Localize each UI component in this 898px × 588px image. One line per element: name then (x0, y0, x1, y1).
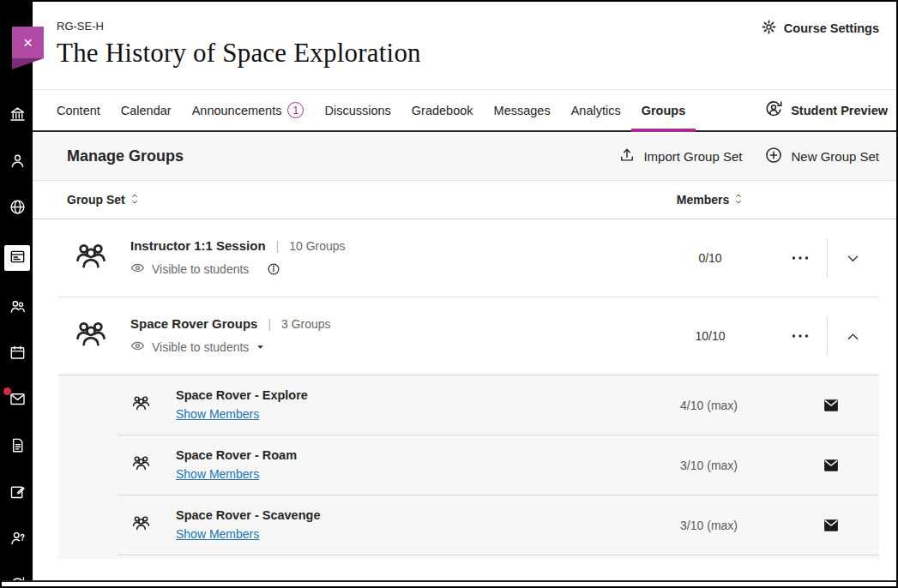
show-members-link[interactable]: Show Members (176, 527, 259, 541)
group-set-icon (74, 316, 108, 356)
group-member-count: 3/10 (max) (609, 459, 738, 472)
tab-discussions[interactable]: Discussions (314, 90, 401, 130)
gear-icon (761, 19, 777, 38)
group-member-count: 4/10 (max) (609, 399, 738, 412)
student-preview-icon (764, 99, 783, 121)
sidebar-item-courses[interactable] (4, 245, 30, 271)
sidebar-nav (2, 106, 33, 588)
group-name: Space Rover - Explore (176, 388, 609, 402)
group-count: 10 Groups (289, 239, 345, 253)
member-count: 10/10 (646, 329, 774, 343)
group-icon (131, 521, 151, 536)
import-group-set-button[interactable]: Import Group Set (618, 147, 742, 166)
group-icon (131, 461, 151, 476)
close-ribbon-fold (12, 58, 44, 69)
show-members-link[interactable]: Show Members (176, 467, 259, 481)
expand-chevron-down-icon[interactable] (828, 250, 880, 267)
visibility-label: Visible to students (152, 340, 249, 354)
viewport-bottom-edge (2, 580, 896, 586)
group-row-roam: Space Rover - Roam Show Members 3/10 (ma… (58, 435, 879, 495)
sidebar-item-organizations[interactable] (6, 298, 28, 317)
profile-icon (9, 152, 27, 173)
course-settings-label: Course Settings (784, 21, 879, 35)
member-count: 0/10 (646, 251, 774, 265)
close-ribbon: × (12, 27, 44, 69)
row-menu-button[interactable] (774, 333, 827, 339)
sidebar-item-institution[interactable] (6, 106, 28, 125)
main-area: RG-SE-H The History of Space Exploration… (33, 2, 896, 586)
show-members-link[interactable]: Show Members (176, 407, 259, 421)
separator: | (268, 317, 271, 331)
message-group-button[interactable] (823, 459, 839, 472)
sort-icon (130, 193, 140, 207)
group-set-row-space-rover: Space Rover Groups | 3 Groups Visible to… (58, 297, 879, 375)
group-set-list: Instructor 1:1 Session | 10 Groups Visib… (58, 219, 879, 559)
calendar-icon (9, 344, 27, 365)
messages-notification-badge (3, 387, 12, 396)
members-column-header[interactable]: Members (646, 193, 774, 207)
app-window: × RG-SE-H The History of Space Explorati… (0, 0, 898, 588)
sidebar-item-profile[interactable] (6, 153, 28, 171)
groups-table-header: Group Set Members (33, 181, 896, 219)
sidebar-item-compose[interactable] (6, 483, 28, 502)
group-set-name: Instructor 1:1 Session (130, 238, 266, 253)
course-settings-button[interactable]: Course Settings (761, 19, 879, 38)
institution-icon (9, 105, 27, 127)
group-list-space-rover: Space Rover - Explore Show Members 4/10 … (58, 375, 879, 559)
group-icon (131, 401, 151, 416)
course-header: RG-SE-H The History of Space Exploration… (33, 2, 896, 89)
visibility-label: Visible to students (152, 262, 249, 276)
close-course-button[interactable]: × (12, 27, 44, 58)
assist-icon (9, 529, 27, 550)
row-divider (118, 555, 879, 555)
manage-groups-bar: Manage Groups Import Group Set New Group… (33, 132, 896, 181)
message-group-button[interactable] (823, 519, 839, 532)
group-member-count: 3/10 (max) (609, 519, 738, 532)
sidebar-item-activity[interactable] (6, 199, 28, 218)
course-code: RG-SE-H (57, 20, 879, 33)
group-set-name: Space Rover Groups (130, 316, 257, 331)
tab-calendar[interactable]: Calendar (111, 90, 182, 130)
eye-icon (130, 261, 145, 278)
message-group-button[interactable] (823, 399, 839, 412)
manage-groups-title: Manage Groups (67, 147, 184, 165)
organizations-icon (9, 297, 27, 319)
compose-icon (9, 483, 27, 504)
course-tab-bar: Content Calendar Announcements 1 Discuss… (33, 89, 896, 132)
tab-gradebook[interactable]: Gradebook (401, 90, 484, 130)
row-menu-button[interactable] (774, 255, 827, 261)
student-preview-button[interactable]: Student Preview (764, 90, 888, 130)
base-navigation-sidebar (2, 2, 33, 586)
announcements-count-badge: 1 (287, 102, 304, 118)
import-group-set-label: Import Group Set (643, 149, 742, 164)
new-group-set-button[interactable]: New Group Set (764, 146, 879, 167)
sidebar-item-calendar[interactable] (6, 345, 28, 363)
group-name: Space Rover - Roam (176, 448, 609, 462)
manage-actions: Import Group Set New Group Set (618, 146, 879, 167)
tab-content[interactable]: Content (46, 90, 111, 130)
group-count: 3 Groups (281, 317, 331, 331)
separator: | (276, 239, 280, 253)
plus-circle-icon (764, 146, 783, 167)
student-preview-label: Student Preview (791, 104, 888, 117)
group-set-icon (74, 238, 108, 278)
group-name: Space Rover - Scavenge (176, 508, 609, 522)
group-row-explore: Space Rover - Explore Show Members 4/10 … (58, 375, 879, 435)
info-icon[interactable] (267, 262, 280, 276)
collapse-chevron-up-icon[interactable] (828, 328, 880, 345)
eye-icon (130, 339, 145, 356)
tab-messages[interactable]: Messages (484, 90, 561, 130)
sidebar-item-messages[interactable] (6, 391, 28, 410)
group-set-row-instructor-session: Instructor 1:1 Session | 10 Groups Visib… (58, 219, 879, 297)
tab-announcements[interactable]: Announcements 1 (182, 90, 315, 130)
globe-icon (9, 198, 27, 219)
tab-analytics[interactable]: Analytics (561, 90, 631, 130)
page-title: The History of Space Exploration (57, 38, 879, 69)
tab-groups[interactable]: Groups (631, 90, 696, 130)
sidebar-item-grades[interactable] (6, 437, 28, 456)
group-set-column-header[interactable]: Group Set (67, 193, 646, 207)
upload-icon (618, 147, 636, 166)
sidebar-item-assist[interactable] (6, 530, 28, 549)
visibility-status: Visible to students (130, 261, 280, 278)
visibility-dropdown[interactable]: Visible to students (130, 339, 265, 356)
